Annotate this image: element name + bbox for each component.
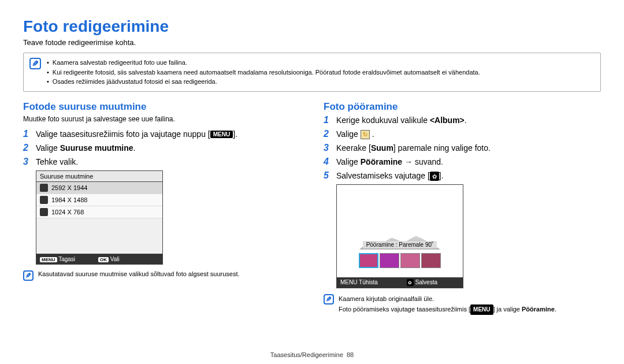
resize-note: Kasutatavad suuruse muutmise valikud sõl… [23,270,300,281]
step-text: Valige . [336,129,601,139]
step-text: Valige Suuruse muutmine. [36,143,300,153]
size-icon [40,208,48,216]
step-number: 5 [324,170,332,181]
resize-option[interactable]: 2592 X 1944 [36,182,162,194]
note-icon [324,294,334,304]
page-title: Foto redigeerimine [23,17,601,36]
resize-sub: Muutke foto suurust ja salvestage see uu… [23,115,300,123]
step-number: 1 [23,129,31,139]
resize-option[interactable]: 1984 X 1488 [36,194,162,206]
step-text: Valige taasesitusrežiimis foto ja vajuta… [36,129,300,139]
note-icon [29,58,41,69]
step-number: 3 [23,157,31,167]
resize-option[interactable]: 1024 X 768 [36,206,162,218]
size-icon [40,196,48,204]
page-subtitle: Teave fotode redigeerimise kohta. [23,38,601,47]
resize-blank-area [36,218,162,254]
rotate-icon [361,130,370,139]
note-icon [23,270,34,281]
step-text: Keerake [Suum] paremale ning valige foto… [336,143,601,153]
step-number: 4 [324,157,332,167]
step-text: Kerige kodukuval valikule <Album>. [336,116,601,125]
menu-tag-icon: MENU [340,279,357,285]
rotate-footer: MENU Tühista Salvesta [337,277,463,288]
rotate-caption: Pööramine : Paremale 90˚ [363,241,437,248]
step-text: Valige Pööramine → suvand. [336,157,601,166]
resize-heading: Fotode suuruse muutmine [23,101,300,113]
step-number: 2 [23,143,31,153]
thumb-row [359,253,441,268]
ok-tag-icon: OK [98,257,109,262]
top-note-line: Kui redigeerite fotosid, siis salvestab … [53,68,480,77]
rotate-note: Kaamera kirjutab originaalfaili üle. Fot… [324,294,601,315]
rotate-canvas: Pööramine : Paremale 90˚ [337,185,463,277]
page-footer: Taasesitus/Redigeerimine 88 [0,351,624,358]
step-row: 1 Valige taasesitusrežiimis foto ja vaju… [23,129,300,139]
top-note-box: Kaamera salvestab redigeeritud foto uue … [23,53,601,92]
rotate-thumb[interactable] [421,253,441,268]
top-note-content: Kaamera salvestab redigeeritud foto uue … [47,58,480,87]
menu-tag-icon: MENU [40,257,57,262]
menu-icon: MENU [470,304,493,315]
rotate-thumb[interactable] [380,253,399,268]
right-column: Foto pööramine 1 Kerige kodukuval valiku… [324,101,601,315]
rotate-preview-ui: Pööramine : Paremale 90˚ MENU Tühista Sa… [336,184,463,288]
step-row: 1 Kerige kodukuval valikule <Album>. [324,115,601,125]
step-row: 5 Salvestamiseks vajutage []. [324,170,601,181]
step-row: 2 Valige . [324,129,601,139]
macro-icon [407,279,414,286]
step-text: Tehke valik. [36,157,300,166]
resize-menu-footer: MENU Tagasi OK Vali [36,254,162,264]
resize-note-text: Kasutatavad suuruse muutmise valikud sõl… [38,270,240,277]
step-row: 3 Tehke valik. [23,157,300,167]
rotate-note-content: Kaamera kirjutab originaalfaili üle. Fot… [339,294,601,315]
menu-icon: MENU [210,131,233,138]
left-column: Fotode suuruse muutmine Muutke foto suur… [23,101,300,315]
step-number: 1 [324,115,332,125]
top-note-line: Osades režiimides jäädvustatud fotosid e… [53,77,217,87]
step-row: 2 Valige Suuruse muutmine. [23,143,300,153]
step-number: 3 [324,143,332,153]
resize-menu-header: Suuruse muutmine [36,171,162,182]
step-row: 3 Keerake [Suum] paremale ning valige fo… [324,143,601,153]
rotate-thumb[interactable] [359,253,378,268]
step-number: 2 [324,129,332,139]
step-row: 4 Valige Pööramine → suvand. [324,157,601,167]
step-text: Salvestamiseks vajutage []. [336,171,601,181]
macro-icon [430,172,439,181]
top-note-line: Kaamera salvestab redigeeritud foto uue … [53,58,187,68]
size-icon [40,184,48,192]
rotate-thumb[interactable] [400,253,420,268]
rotate-heading: Foto pööramine [324,101,601,113]
resize-menu-ui: Suuruse muutmine 2592 X 1944 1984 X 1488… [36,170,163,265]
